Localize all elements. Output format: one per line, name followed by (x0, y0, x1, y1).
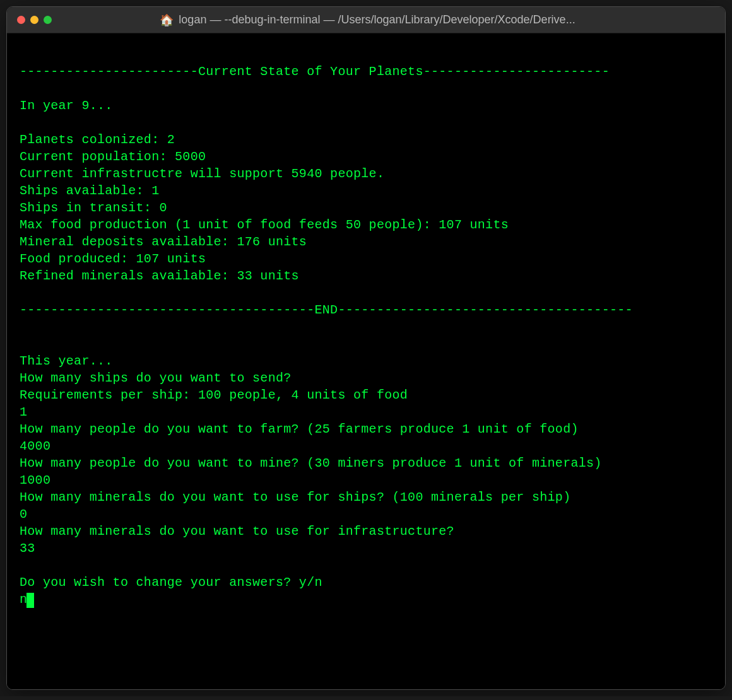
ships-transit-line: Ships in transit: 0 (20, 199, 712, 216)
cursor (27, 593, 34, 608)
prompt-mineral-ships: How many minerals do you want to use for… (20, 489, 712, 506)
header-line: -----------------------Current State of … (20, 63, 712, 80)
input-mineral-ships: 0 (20, 506, 712, 523)
prompt-mine: How many people do you want to mine? (30… (20, 455, 712, 472)
close-button[interactable] (17, 16, 25, 24)
output-line (20, 318, 712, 335)
output-line (20, 114, 712, 131)
prompt-mineral-infra: How many minerals do you want to use for… (20, 523, 712, 540)
current-input-line[interactable]: n (20, 591, 712, 608)
input-mine: 1000 (20, 472, 712, 489)
input-farm: 4000 (20, 438, 712, 455)
prompt-farm: How many people do you want to farm? (25… (20, 421, 712, 438)
population-line: Current population: 5000 (20, 148, 712, 165)
food-produced-line: Food produced: 107 units (20, 250, 712, 267)
output-line (20, 557, 712, 574)
output-line (20, 80, 712, 97)
output-line (20, 46, 712, 63)
home-icon: 🏠 (160, 13, 174, 27)
this-year-line: This year... (20, 353, 712, 370)
ships-available-line: Ships available: 1 (20, 182, 712, 199)
mineral-deposits-line: Mineral deposits available: 176 units (20, 233, 712, 250)
output-line (20, 335, 712, 353)
input-mineral-infra: 33 (20, 540, 712, 557)
year-line: In year 9... (20, 97, 712, 114)
minimize-button[interactable] (30, 16, 38, 24)
infrastructure-line: Current infrastructre will support 5940 … (20, 165, 712, 182)
requirements-line: Requirements per ship: 100 people, 4 uni… (20, 387, 712, 404)
prompt-change: Do you wish to change your answers? y/n (20, 574, 712, 591)
food-production-line: Max food production (1 unit of food feed… (20, 216, 712, 233)
input-ships: 1 (20, 404, 712, 421)
maximize-button[interactable] (44, 16, 52, 24)
refined-minerals-line: Refined minerals available: 33 units (20, 267, 712, 284)
title-content: 🏠 logan — --debug-in-terminal — /Users/l… (52, 13, 715, 27)
terminal-window: 🏠 logan — --debug-in-terminal — /Users/l… (6, 6, 726, 690)
traffic-lights (17, 16, 52, 24)
planets-line: Planets colonized: 2 (20, 131, 712, 148)
terminal-body[interactable]: -----------------------Current State of … (7, 33, 725, 689)
prompt-ships: How many ships do you want to send? (20, 370, 712, 387)
end-line: --------------------------------------EN… (20, 301, 712, 318)
titlebar[interactable]: 🏠 logan — --debug-in-terminal — /Users/l… (7, 7, 725, 33)
window-title: logan — --debug-in-terminal — /Users/log… (179, 13, 575, 26)
output-line (20, 284, 712, 301)
